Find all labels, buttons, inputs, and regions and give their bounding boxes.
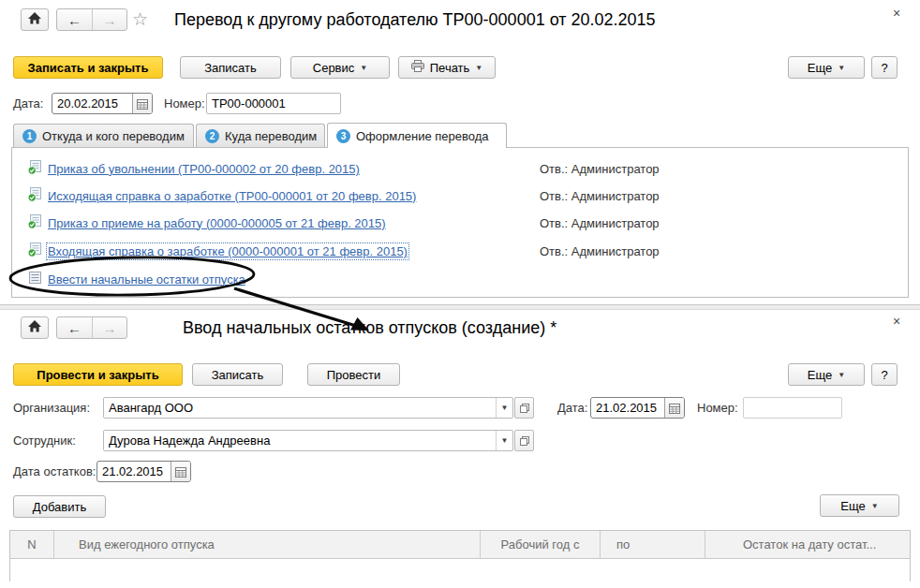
home-icon [28, 320, 41, 335]
help-button[interactable]: ? [871, 363, 898, 386]
nav-history-group: ← → [56, 316, 127, 339]
post-button[interactable]: Провести [307, 363, 400, 386]
chevron-down-icon[interactable]: ▼ [496, 431, 512, 450]
more-menu-button[interactable]: Еще ▼ [788, 56, 865, 79]
employee-open-icon[interactable] [514, 430, 534, 451]
chevron-down-icon: ▼ [475, 64, 482, 72]
table-header-row: N Вид ежегодного отпуска Рабочий год с п… [10, 531, 910, 559]
tab1-badge: 1 [22, 129, 37, 143]
home-button[interactable] [21, 8, 49, 31]
back-icon: ← [67, 320, 82, 336]
nav-history-group: ← → [56, 8, 127, 31]
number-label: Номер: [697, 401, 738, 415]
post-and-close-button[interactable]: Провести и закрыть [13, 363, 183, 386]
save-and-close-button[interactable]: Записать и закрыть [13, 56, 163, 79]
print-menu-button[interactable]: Печать ▼ [398, 56, 496, 79]
help-button[interactable]: ? [871, 56, 898, 79]
forward-icon: → [103, 12, 117, 28]
date-input[interactable] [52, 94, 132, 113]
chevron-down-icon: ▼ [871, 502, 879, 510]
back-button[interactable]: ← [57, 9, 92, 30]
table-empty-body[interactable] [10, 559, 910, 581]
document-row: Исходящая справка о заработке (ТР00-0000… [27, 184, 416, 208]
balance-date-input[interactable] [97, 462, 171, 481]
hiring-order-link[interactable]: Приказ о приеме на работу (0000-000005 о… [48, 216, 386, 230]
incoming-earnings-certificate-link[interactable]: Входящая справка о заработке (0000-00000… [48, 244, 408, 258]
calendar-icon[interactable] [664, 398, 684, 418]
action-row: Ввести начальные остатки отпуска [27, 267, 245, 291]
organization-label: Организация: [13, 401, 90, 415]
organization-combo: ▼ [103, 397, 513, 419]
service-label: Сервис [313, 61, 355, 75]
forward-icon: → [103, 320, 117, 336]
employee-label: Сотрудник: [13, 434, 76, 448]
document-row: Приказ об увольнении (ТР00-000002 от 20 … [27, 156, 360, 181]
date-label: Дата: [13, 96, 43, 110]
tab-transfer-processing[interactable]: 3 Оформление перевода [327, 123, 507, 148]
tab3-badge: 3 [336, 129, 350, 143]
dropdown-glyph: ▼ [501, 436, 509, 445]
tab3-label: Оформление перевода [356, 129, 489, 143]
outgoing-earnings-certificate-link[interactable]: Исходящая справка о заработке (ТР00-0000… [48, 189, 416, 203]
date-field [52, 93, 153, 114]
date-input[interactable] [591, 398, 664, 418]
document-row: Входящая справка о заработке (0000-00000… [27, 239, 408, 263]
enter-vacation-balances-link[interactable]: Ввести начальные остатки отпуска [48, 272, 245, 287]
forward-button[interactable]: → [92, 9, 126, 30]
more-label: Еще [808, 368, 832, 382]
column-header-vacation-type[interactable]: Вид ежегодного отпуска [54, 531, 481, 558]
tab-where-to[interactable]: 2 Куда переводим [196, 124, 325, 147]
add-row-button[interactable]: Добавить [13, 495, 106, 518]
chevron-down-icon[interactable]: ▼ [496, 398, 512, 418]
number-input[interactable] [207, 94, 340, 113]
document-check-icon [27, 242, 43, 260]
window2-close-icon[interactable]: × [893, 315, 900, 328]
number-label: Номер: [164, 96, 205, 110]
calendar-icon[interactable] [171, 462, 190, 481]
organization-input[interactable] [104, 398, 496, 418]
column-header-work-year-to[interactable]: по [601, 531, 705, 558]
employee-combo: ▼ [103, 430, 513, 451]
document-check-icon [27, 213, 43, 232]
printer-icon [411, 60, 424, 75]
service-menu-button[interactable]: Сервис ▼ [290, 56, 390, 79]
chevron-down-icon: ▼ [838, 371, 845, 379]
vacation-balances-table: N Вид ежегодного отпуска Рабочий год с п… [9, 530, 911, 581]
chevron-down-icon: ▼ [838, 64, 845, 72]
responsible-label: Отв.: Администратор [540, 162, 660, 176]
calendar-icon[interactable] [132, 94, 152, 113]
tab-from-whom[interactable]: 1 Откуда и кого переводим [13, 124, 194, 147]
back-button[interactable]: ← [57, 317, 92, 338]
number-field [206, 93, 341, 114]
home-icon [28, 12, 41, 27]
save-button[interactable]: Записать [192, 363, 283, 386]
balance-date-field [96, 461, 191, 482]
more-menu-button[interactable]: Еще ▼ [788, 363, 865, 386]
home-button[interactable] [21, 316, 49, 339]
forward-button[interactable]: → [92, 317, 126, 338]
tab-content-panel: Приказ об увольнении (ТР00-000002 от 20 … [11, 147, 909, 298]
employee-input[interactable] [104, 431, 496, 450]
save-label: Записать [204, 61, 257, 75]
column-header-balance[interactable]: Остаток на дату остат... [705, 531, 910, 558]
date-label: Дата: [557, 401, 587, 415]
window1-close-icon[interactable]: × [893, 7, 900, 20]
balance-date-label: Дата остатков: [13, 464, 96, 478]
dismissal-order-link[interactable]: Приказ об увольнении (ТР00-000002 от 20 … [48, 162, 360, 176]
help-label: ? [881, 368, 887, 382]
date-field [590, 397, 685, 419]
column-header-n[interactable]: N [10, 531, 54, 558]
column-header-work-year-from[interactable]: Рабочий год с [481, 531, 601, 558]
window2-title: Ввод начальных остатков отпусков (создан… [183, 318, 556, 338]
table-more-menu-button[interactable]: Еще ▼ [820, 494, 899, 517]
responsible-label: Отв.: Администратор [540, 244, 660, 258]
tab1-label: Откуда и кого переводим [42, 129, 185, 143]
help-label: ? [881, 61, 887, 75]
organization-open-icon[interactable] [514, 397, 534, 419]
more-label: Еще [808, 61, 832, 75]
app-screen: ← → ☆ Перевод к другому работодателю ТР0… [0, 0, 920, 588]
number-input[interactable] [744, 398, 841, 418]
save-label: Записать [212, 368, 264, 382]
save-button[interactable]: Записать [180, 56, 281, 79]
favorite-star-icon[interactable]: ☆ [132, 10, 148, 28]
